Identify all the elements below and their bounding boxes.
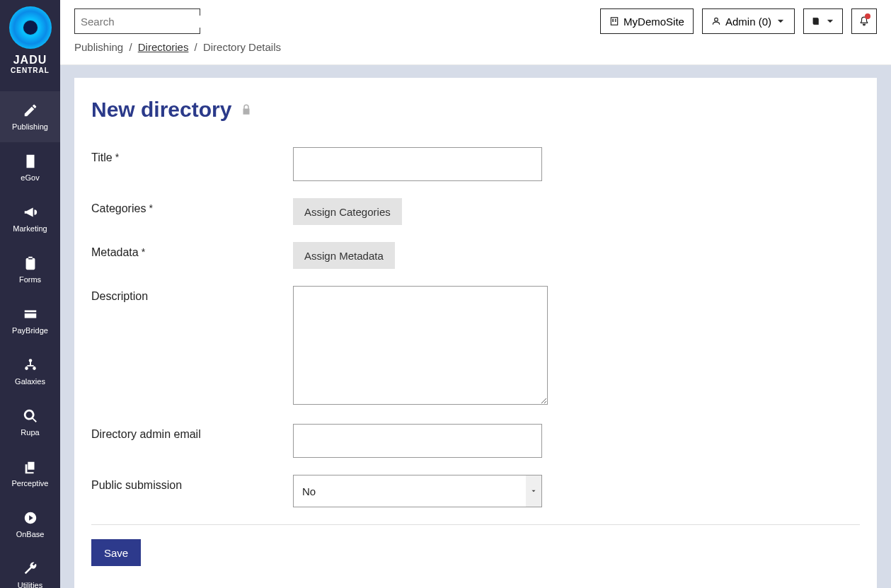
sidebar-item-forms[interactable]: Forms	[0, 244, 60, 295]
site-button[interactable]: MyDemoSite	[600, 8, 694, 34]
wrench-icon	[23, 561, 38, 577]
title-input[interactable]	[293, 147, 542, 181]
svg-rect-7	[613, 19, 614, 20]
sitemap-icon	[23, 357, 38, 373]
topbar: MyDemoSite Admin (0)	[60, 0, 891, 34]
notifications-button[interactable]	[851, 8, 877, 34]
svg-rect-9	[613, 21, 614, 21]
sidebar-item-label: Utilities	[18, 581, 42, 588]
sidebar-item-rupa[interactable]: Rupa	[0, 397, 60, 448]
sidebar-item-galaxies[interactable]: Galaxies	[0, 346, 60, 397]
search-field[interactable]	[81, 16, 215, 28]
card-icon	[23, 306, 38, 322]
bullhorn-icon	[23, 204, 38, 220]
description-label: Description	[91, 286, 293, 303]
divider	[91, 524, 860, 525]
svg-point-2	[28, 359, 32, 362]
caret-down-icon	[526, 475, 541, 507]
svg-point-11	[715, 18, 718, 21]
sidebar-item-label: Perceptive	[12, 479, 49, 488]
library-menu-button[interactable]	[803, 8, 843, 34]
description-textarea[interactable]	[293, 286, 548, 405]
lock-icon	[240, 102, 253, 117]
sidebar-item-egov[interactable]: eGov	[0, 142, 60, 193]
sidebar-item-utilities[interactable]: Utilities	[0, 550, 60, 588]
page-title: New directory	[91, 98, 231, 122]
svg-rect-6	[611, 18, 617, 25]
caret-down-icon	[825, 16, 835, 26]
logo[interactable]: JADU CENTRAL	[0, 6, 60, 74]
building-icon	[23, 154, 38, 169]
breadcrumb-item: Publishing	[74, 41, 123, 53]
public-submission-select[interactable]: No	[293, 475, 542, 507]
svg-point-1	[23, 21, 38, 35]
admin-email-input[interactable]	[293, 424, 542, 458]
clipboard-icon	[23, 255, 38, 271]
form-card: New directory Title* Categories*	[74, 78, 877, 588]
site-button-label: MyDemoSite	[623, 16, 684, 28]
sidebar-item-label: eGov	[21, 173, 39, 182]
svg-rect-10	[615, 21, 616, 21]
sidebar-item-label: Rupa	[21, 428, 39, 437]
public-submission-value: No	[294, 485, 316, 497]
admin-email-label: Directory admin email	[91, 424, 293, 441]
user-icon	[711, 16, 721, 26]
pencil-icon	[23, 103, 38, 118]
brand-subtitle: CENTRAL	[11, 67, 50, 74]
assign-categories-button[interactable]: Assign Categories	[293, 198, 402, 225]
breadcrumb-link-directories[interactable]: Directories	[138, 41, 189, 53]
sidebar-item-label: Forms	[19, 275, 41, 284]
sidebar-item-marketing[interactable]: Marketing	[0, 193, 60, 244]
sidebar-item-publishing[interactable]: Publishing	[0, 91, 60, 142]
book-icon	[811, 16, 821, 26]
caret-down-icon	[776, 16, 786, 26]
notification-dot-icon	[865, 13, 870, 19]
categories-label: Categories*	[91, 198, 293, 215]
sidebar-item-onbase[interactable]: OnBase	[0, 499, 60, 550]
sidebar-item-label: Galaxies	[15, 377, 45, 386]
user-button-label: Admin (0)	[725, 16, 771, 28]
sidebar-item-paybridge[interactable]: PayBridge	[0, 295, 60, 346]
sidebar-item-label: OnBase	[16, 530, 45, 538]
brand-name: JADU	[13, 54, 47, 67]
breadcrumb: Publishing / Directories / Directory Det…	[60, 34, 891, 65]
metadata-label: Metadata*	[91, 242, 293, 259]
sidebar-item-label: Publishing	[12, 122, 48, 131]
breadcrumb-item: Directory Details	[203, 41, 281, 53]
copy-icon	[23, 459, 38, 475]
brand-logo-icon	[8, 6, 52, 50]
assign-metadata-button[interactable]: Assign Metadata	[293, 242, 395, 269]
search-icon	[23, 408, 38, 424]
user-menu-button[interactable]: Admin (0)	[702, 8, 795, 34]
search-input[interactable]	[74, 8, 200, 34]
save-button[interactable]: Save	[91, 539, 141, 566]
site-icon	[609, 16, 619, 26]
sidebar-item-perceptive[interactable]: Perceptive	[0, 448, 60, 499]
title-label: Title*	[91, 147, 293, 164]
circle-arrow-icon	[23, 510, 38, 526]
sidebar: JADU CENTRAL Publishing eGov Marketing F…	[0, 0, 60, 588]
sidebar-item-label: Marketing	[13, 224, 47, 233]
svg-rect-8	[615, 19, 616, 20]
public-submission-label: Public submission	[91, 475, 293, 492]
sidebar-item-label: PayBridge	[12, 326, 48, 335]
